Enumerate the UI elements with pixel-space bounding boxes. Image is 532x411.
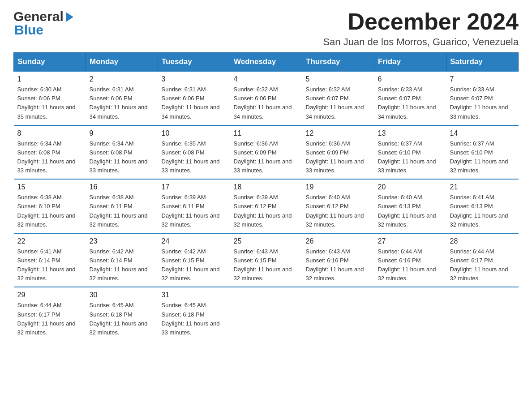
day-daylight: Daylight: 11 hours and 33 minutes.	[162, 319, 227, 337]
day-sunset: Sunset: 6:14 PM	[90, 256, 154, 265]
day-sunrise: Sunrise: 6:36 AM	[306, 139, 371, 148]
day-sunset: Sunset: 6:13 PM	[378, 202, 443, 211]
calendar-day-cell: 22 Sunrise: 6:41 AM Sunset: 6:14 PM Dayl…	[14, 233, 86, 287]
col-monday: Monday	[86, 53, 158, 72]
day-number: 2	[90, 75, 154, 83]
col-tuesday: Tuesday	[158, 53, 230, 72]
day-sunset: Sunset: 6:06 PM	[162, 94, 227, 103]
calendar-day-cell	[446, 287, 519, 341]
day-sunrise: Sunrise: 6:32 AM	[234, 85, 299, 94]
day-daylight: Daylight: 11 hours and 34 minutes.	[162, 103, 227, 121]
day-number: 14	[450, 129, 515, 137]
day-number: 9	[90, 129, 154, 137]
day-sunset: Sunset: 6:12 PM	[234, 202, 299, 211]
day-sunrise: Sunrise: 6:39 AM	[162, 193, 227, 202]
day-sunset: Sunset: 6:06 PM	[17, 94, 82, 103]
day-sunrise: Sunrise: 6:45 AM	[90, 301, 154, 310]
day-sunset: Sunset: 6:11 PM	[90, 202, 154, 211]
day-sunrise: Sunrise: 6:33 AM	[378, 85, 443, 94]
calendar-day-cell: 19 Sunrise: 6:40 AM Sunset: 6:12 PM Dayl…	[302, 179, 374, 233]
day-number: 30	[90, 291, 154, 299]
calendar-day-cell: 16 Sunrise: 6:38 AM Sunset: 6:11 PM Dayl…	[86, 179, 158, 233]
calendar-week-5: 29 Sunrise: 6:44 AM Sunset: 6:17 PM Dayl…	[14, 287, 519, 341]
day-sunset: Sunset: 6:06 PM	[90, 94, 154, 103]
col-wednesday: Wednesday	[230, 53, 302, 72]
day-daylight: Daylight: 11 hours and 32 minutes.	[306, 265, 371, 283]
day-sunset: Sunset: 6:07 PM	[378, 94, 443, 103]
day-sunrise: Sunrise: 6:38 AM	[17, 193, 82, 202]
day-sunset: Sunset: 6:17 PM	[450, 256, 515, 265]
day-daylight: Daylight: 11 hours and 32 minutes.	[450, 265, 515, 283]
calendar-day-cell: 28 Sunrise: 6:44 AM Sunset: 6:17 PM Dayl…	[446, 233, 519, 287]
day-sunset: Sunset: 6:09 PM	[306, 148, 371, 157]
day-sunrise: Sunrise: 6:31 AM	[90, 85, 154, 94]
day-sunrise: Sunrise: 6:32 AM	[306, 85, 371, 94]
day-sunrise: Sunrise: 6:39 AM	[234, 193, 299, 202]
day-sunset: Sunset: 6:10 PM	[17, 202, 82, 211]
logo-arrow-icon	[66, 12, 73, 22]
day-daylight: Daylight: 11 hours and 32 minutes.	[90, 319, 154, 337]
day-sunrise: Sunrise: 6:38 AM	[90, 193, 154, 202]
calendar-day-cell: 9 Sunrise: 6:34 AM Sunset: 6:08 PM Dayli…	[86, 125, 158, 180]
day-number: 5	[306, 75, 371, 83]
day-daylight: Daylight: 11 hours and 33 minutes.	[378, 157, 443, 175]
calendar-day-cell: 27 Sunrise: 6:44 AM Sunset: 6:16 PM Dayl…	[374, 233, 446, 287]
day-sunrise: Sunrise: 6:34 AM	[17, 139, 82, 148]
day-number: 28	[450, 237, 515, 245]
day-sunset: Sunset: 6:15 PM	[162, 256, 227, 265]
day-sunrise: Sunrise: 6:40 AM	[306, 193, 371, 202]
calendar-day-cell: 26 Sunrise: 6:43 AM Sunset: 6:16 PM Dayl…	[302, 233, 374, 287]
calendar-day-cell: 30 Sunrise: 6:45 AM Sunset: 6:18 PM Dayl…	[86, 287, 158, 341]
day-sunrise: Sunrise: 6:36 AM	[234, 139, 299, 148]
calendar-day-cell: 13 Sunrise: 6:37 AM Sunset: 6:10 PM Dayl…	[374, 125, 446, 180]
day-sunset: Sunset: 6:14 PM	[17, 256, 82, 265]
logo: General Blue	[13, 9, 74, 38]
day-daylight: Daylight: 11 hours and 35 minutes.	[17, 103, 82, 121]
day-number: 3	[162, 75, 227, 83]
calendar-day-cell: 14 Sunrise: 6:37 AM Sunset: 6:10 PM Dayl…	[446, 125, 519, 180]
day-number: 4	[234, 75, 299, 83]
col-thursday: Thursday	[302, 53, 374, 72]
day-daylight: Daylight: 11 hours and 34 minutes.	[306, 103, 371, 121]
day-daylight: Daylight: 11 hours and 32 minutes.	[378, 265, 443, 283]
day-daylight: Daylight: 11 hours and 32 minutes.	[450, 211, 515, 229]
day-sunrise: Sunrise: 6:45 AM	[162, 301, 227, 310]
day-number: 12	[306, 129, 371, 137]
day-daylight: Daylight: 11 hours and 32 minutes.	[306, 211, 371, 229]
calendar-day-cell: 17 Sunrise: 6:39 AM Sunset: 6:11 PM Dayl…	[158, 179, 230, 233]
calendar-day-cell: 5 Sunrise: 6:32 AM Sunset: 6:07 PM Dayli…	[302, 71, 374, 125]
day-sunset: Sunset: 6:07 PM	[306, 94, 371, 103]
logo-general-text: General	[13, 9, 64, 24]
calendar-table: Sunday Monday Tuesday Wednesday Thursday…	[13, 52, 519, 341]
day-daylight: Daylight: 11 hours and 32 minutes.	[17, 211, 82, 229]
calendar-day-cell: 10 Sunrise: 6:35 AM Sunset: 6:08 PM Dayl…	[158, 125, 230, 180]
col-sunday: Sunday	[14, 53, 86, 72]
calendar-day-cell: 4 Sunrise: 6:32 AM Sunset: 6:06 PM Dayli…	[230, 71, 302, 125]
day-daylight: Daylight: 11 hours and 32 minutes.	[90, 265, 154, 283]
day-sunset: Sunset: 6:10 PM	[378, 148, 443, 157]
calendar-week-3: 15 Sunrise: 6:38 AM Sunset: 6:10 PM Dayl…	[14, 179, 519, 233]
day-sunrise: Sunrise: 6:44 AM	[17, 301, 82, 310]
day-sunrise: Sunrise: 6:31 AM	[162, 85, 227, 94]
calendar-day-cell: 25 Sunrise: 6:43 AM Sunset: 6:15 PM Dayl…	[230, 233, 302, 287]
calendar-day-cell: 2 Sunrise: 6:31 AM Sunset: 6:06 PM Dayli…	[86, 71, 158, 125]
col-saturday: Saturday	[446, 53, 519, 72]
calendar-day-cell	[230, 287, 302, 341]
day-sunset: Sunset: 6:10 PM	[450, 148, 515, 157]
day-sunrise: Sunrise: 6:41 AM	[450, 193, 515, 202]
day-sunrise: Sunrise: 6:44 AM	[450, 247, 515, 256]
day-sunset: Sunset: 6:08 PM	[90, 148, 154, 157]
day-number: 11	[234, 129, 299, 137]
calendar-day-cell: 6 Sunrise: 6:33 AM Sunset: 6:07 PM Dayli…	[374, 71, 446, 125]
calendar-day-cell: 31 Sunrise: 6:45 AM Sunset: 6:18 PM Dayl…	[158, 287, 230, 341]
day-sunset: Sunset: 6:18 PM	[162, 310, 227, 319]
calendar-day-cell: 8 Sunrise: 6:34 AM Sunset: 6:08 PM Dayli…	[14, 125, 86, 180]
day-number: 18	[234, 183, 299, 191]
day-number: 17	[162, 183, 227, 191]
calendar-day-cell: 7 Sunrise: 6:33 AM Sunset: 6:07 PM Dayli…	[446, 71, 519, 125]
calendar-week-1: 1 Sunrise: 6:30 AM Sunset: 6:06 PM Dayli…	[14, 71, 519, 125]
day-sunset: Sunset: 6:15 PM	[234, 256, 299, 265]
day-daylight: Daylight: 11 hours and 32 minutes.	[162, 211, 227, 229]
day-number: 10	[162, 129, 227, 137]
day-daylight: Daylight: 11 hours and 33 minutes.	[90, 157, 154, 175]
